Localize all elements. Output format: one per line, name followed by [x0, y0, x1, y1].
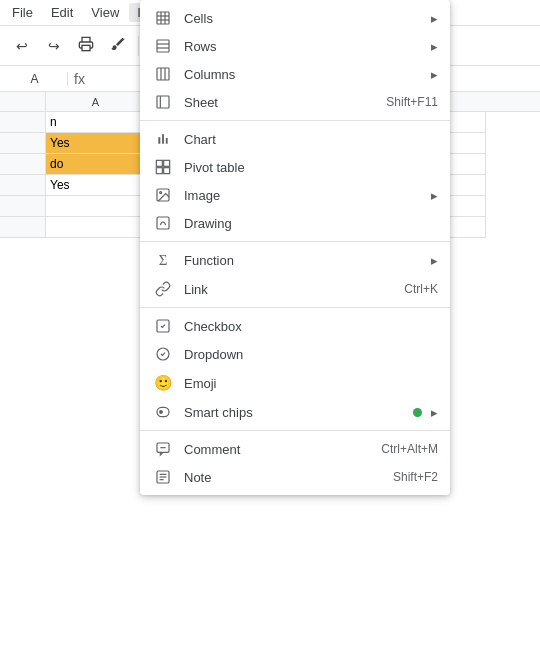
comment-shortcut: Ctrl+Alt+M: [381, 442, 438, 456]
smartchips-icon: [152, 404, 174, 420]
svg-rect-0: [82, 45, 90, 50]
function-arrow: ▸: [431, 253, 438, 268]
drawing-label: Drawing: [184, 216, 438, 231]
divider-4: [140, 430, 450, 431]
svg-rect-6: [157, 40, 169, 52]
divider-2: [140, 241, 450, 242]
row-header-3[interactable]: [0, 154, 46, 175]
svg-rect-14: [164, 160, 170, 166]
sheet-shortcut: Shift+F11: [386, 95, 438, 109]
divider-1: [140, 120, 450, 121]
insert-dropdown-menu: Cells ▸ Rows ▸ Columns ▸: [140, 0, 450, 495]
menu-edit[interactable]: Edit: [43, 3, 81, 22]
row-header-space: [0, 92, 46, 111]
menu-item-smartchips[interactable]: Smart chips ▸: [140, 398, 450, 426]
paint-format-icon: [110, 36, 126, 55]
menu-item-link[interactable]: Link Ctrl+K: [140, 275, 450, 303]
comment-label: Comment: [184, 442, 381, 457]
checkbox-icon: [152, 318, 174, 334]
menu-item-sheet[interactable]: Sheet Shift+F11: [140, 88, 450, 116]
redo-button[interactable]: ↪: [40, 32, 68, 60]
undo-icon: ↩: [16, 38, 28, 54]
link-label: Link: [184, 282, 404, 297]
emoji-label: Emoji: [184, 376, 438, 391]
smartchips-arrow: ▸: [431, 405, 438, 420]
link-shortcut: Ctrl+K: [404, 282, 438, 296]
menu-item-chart[interactable]: Chart: [140, 125, 450, 153]
emoji-icon: 🙂: [152, 374, 174, 392]
svg-rect-1: [157, 12, 169, 24]
paint-format-button[interactable]: [104, 32, 132, 60]
fx-icon: fx: [74, 71, 85, 87]
menu-file[interactable]: File: [4, 3, 41, 22]
pivot-icon: [152, 159, 174, 175]
menu-item-cells[interactable]: Cells ▸: [140, 4, 450, 32]
menu-view[interactable]: View: [83, 3, 127, 22]
columns-arrow: ▸: [431, 67, 438, 82]
image-label: Image: [184, 188, 425, 203]
cells-icon: [152, 10, 174, 26]
menu-item-checkbox[interactable]: Checkbox: [140, 312, 450, 340]
chart-label: Chart: [184, 132, 438, 147]
smartchips-dot: [413, 408, 422, 417]
cell-a1[interactable]: n: [46, 112, 146, 133]
svg-rect-16: [164, 168, 170, 174]
cell-a4[interactable]: Yes: [46, 175, 146, 196]
drawing-icon: [152, 215, 174, 231]
cells-label: Cells: [184, 11, 425, 26]
smartchips-label: Smart chips: [184, 405, 413, 420]
checkbox-label: Checkbox: [184, 319, 438, 334]
menu-item-drawing[interactable]: Drawing: [140, 209, 450, 237]
note-icon: [152, 469, 174, 485]
row-header-5[interactable]: [0, 196, 46, 217]
menu-item-emoji[interactable]: 🙂 Emoji: [140, 368, 450, 398]
menu-item-dropdown[interactable]: Dropdown: [140, 340, 450, 368]
svg-point-18: [160, 192, 162, 194]
menu-item-note[interactable]: Note Shift+F2: [140, 463, 450, 491]
image-arrow: ▸: [431, 188, 438, 203]
redo-icon: ↪: [48, 38, 60, 54]
rows-arrow: ▸: [431, 39, 438, 54]
svg-rect-13: [156, 160, 162, 166]
note-label: Note: [184, 470, 393, 485]
print-icon: [78, 36, 94, 55]
function-label: Function: [184, 253, 425, 268]
cell-a6[interactable]: [46, 217, 146, 238]
menu-item-rows[interactable]: Rows ▸: [140, 32, 450, 60]
cell-a3[interactable]: do: [46, 154, 146, 175]
print-button[interactable]: [72, 32, 100, 60]
sheet-icon: [152, 94, 174, 110]
toolbar-separator-1: [138, 36, 139, 56]
cell-a5[interactable]: [46, 196, 146, 217]
rows-label: Rows: [184, 39, 425, 54]
link-icon: [152, 281, 174, 297]
undo-button[interactable]: ↩: [8, 32, 36, 60]
menu-item-image[interactable]: Image ▸: [140, 181, 450, 209]
cells-arrow: ▸: [431, 11, 438, 26]
menu-item-comment[interactable]: Comment Ctrl+Alt+M: [140, 435, 450, 463]
svg-rect-12: [157, 96, 169, 108]
comment-icon: [152, 441, 174, 457]
divider-3: [140, 307, 450, 308]
columns-icon: [152, 66, 174, 82]
rows-icon: [152, 38, 174, 54]
dropdown-label: Dropdown: [184, 347, 438, 362]
cell-a2[interactable]: Yes: [46, 133, 146, 154]
svg-point-23: [160, 411, 163, 414]
name-box[interactable]: A: [8, 72, 68, 86]
note-shortcut: Shift+F2: [393, 470, 438, 484]
menu-item-function[interactable]: Σ Function ▸: [140, 246, 450, 275]
row-header-2[interactable]: [0, 133, 46, 154]
svg-rect-15: [156, 168, 162, 174]
row-header-1[interactable]: [0, 112, 46, 133]
function-icon: Σ: [152, 252, 174, 269]
col-header-a[interactable]: A: [46, 92, 146, 111]
menu-item-pivot[interactable]: Pivot table: [140, 153, 450, 181]
menu-item-columns[interactable]: Columns ▸: [140, 60, 450, 88]
svg-rect-22: [157, 407, 169, 416]
row-header-4[interactable]: [0, 175, 46, 196]
row-header-6[interactable]: [0, 217, 46, 238]
pivot-label: Pivot table: [184, 160, 438, 175]
image-icon: [152, 187, 174, 203]
columns-label: Columns: [184, 67, 425, 82]
